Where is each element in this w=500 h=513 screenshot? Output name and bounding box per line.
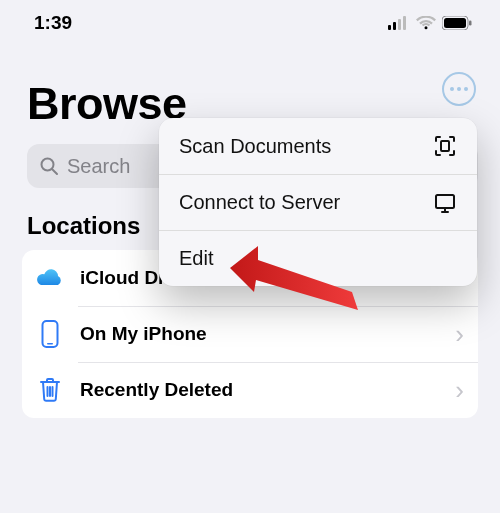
svg-rect-3	[403, 16, 406, 30]
ellipsis-icon	[450, 87, 468, 91]
svg-rect-12	[436, 195, 454, 208]
battery-icon	[442, 16, 472, 30]
cloud-icon	[34, 262, 66, 294]
search-placeholder: Search	[67, 155, 130, 178]
list-item-label: Recently Deleted	[80, 379, 441, 401]
svg-rect-6	[469, 21, 472, 26]
status-indicators	[388, 16, 472, 30]
context-menu: Scan Documents Connect to Server Edit	[159, 118, 477, 286]
menu-item-label: Connect to Server	[179, 191, 340, 214]
server-icon	[433, 192, 457, 214]
status-bar: 1:39	[0, 0, 500, 42]
menu-item-edit[interactable]: Edit	[159, 230, 477, 286]
svg-rect-5	[444, 18, 466, 28]
menu-item-label: Scan Documents	[179, 135, 331, 158]
status-time: 1:39	[34, 12, 72, 34]
menu-item-scan-documents[interactable]: Scan Documents	[159, 118, 477, 174]
svg-rect-10	[47, 343, 53, 345]
svg-rect-11	[441, 141, 449, 151]
scan-icon	[433, 134, 457, 158]
search-icon	[39, 156, 59, 176]
svg-rect-0	[388, 25, 391, 30]
list-item-recently-deleted[interactable]: Recently Deleted ›	[22, 362, 478, 418]
list-item-label: On My iPhone	[80, 323, 441, 345]
more-button[interactable]	[442, 72, 476, 106]
wifi-icon	[416, 16, 436, 30]
chevron-right-icon: ›	[455, 319, 464, 350]
chevron-right-icon: ›	[455, 375, 464, 406]
menu-item-label: Edit	[179, 247, 213, 270]
list-item-on-my-iphone[interactable]: On My iPhone ›	[22, 306, 478, 362]
signal-icon	[388, 16, 410, 30]
iphone-icon	[34, 318, 66, 350]
svg-line-8	[52, 169, 57, 174]
trash-icon	[34, 374, 66, 406]
svg-rect-2	[398, 19, 401, 30]
svg-rect-1	[393, 22, 396, 30]
menu-item-connect-to-server[interactable]: Connect to Server	[159, 174, 477, 230]
